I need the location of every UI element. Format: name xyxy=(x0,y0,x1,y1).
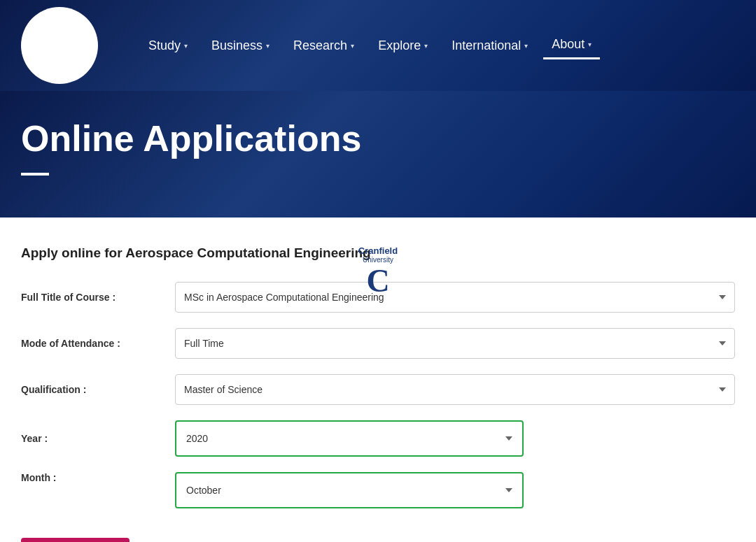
nav-bar: Cranfield University C Study ▾ Business … xyxy=(21,0,735,91)
logo-cranfield: Cranfield xyxy=(358,245,398,256)
logo-area[interactable]: Cranfield University C xyxy=(21,7,98,84)
nav-arrow-study: ▾ xyxy=(184,42,188,50)
logo-university: University xyxy=(363,256,393,264)
nav-arrow-about: ▾ xyxy=(588,41,592,48)
nav-arrow-explore: ▾ xyxy=(424,42,428,50)
nav-arrow-research: ▾ xyxy=(351,42,354,50)
logo-circle: Cranfield University C xyxy=(21,7,98,84)
nav-arrow-business: ▾ xyxy=(266,42,270,50)
nav-arrow-international: ▾ xyxy=(524,42,528,50)
header: Cranfield University C Study ▾ Business … xyxy=(0,0,756,91)
logo-letter: C xyxy=(366,265,389,297)
